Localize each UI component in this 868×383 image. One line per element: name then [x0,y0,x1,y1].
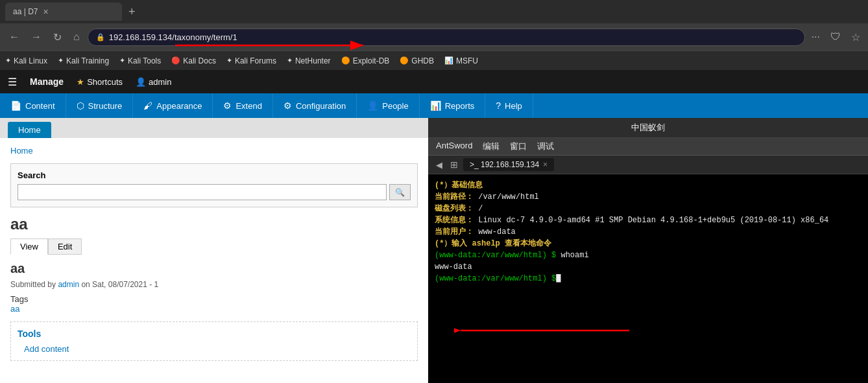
submitted-text: Submitted by [10,280,56,289]
bookmark-nethunter[interactable]: ✦ NetHunter [287,56,331,65]
view-edit-tabs: View Edit [10,238,418,255]
bookmark-kali-tools[interactable]: ✦ Kali Tools [119,56,161,65]
term-user-line: 当前用户： www-data [435,226,862,238]
shield-icon[interactable]: 🛡 [828,30,843,45]
extend-icon: ⚙ [223,100,232,111]
bookmark-kali-forums[interactable]: ✦ Kali Forums [226,56,276,65]
shortcuts-star-icon: ★ [77,77,84,87]
bookmark-ghdb[interactable]: 🟠 GHDB [400,56,434,65]
hamburger-icon[interactable]: ☰ [8,76,17,88]
exploit-db-icon: 🟠 [341,56,350,65]
structure-label: Structure [88,101,123,111]
configuration-label: Configuration [296,101,346,111]
home-tab-bar: Home [0,118,428,138]
shortcuts-menu[interactable]: ★ Shortcuts [77,77,123,87]
nav-extend[interactable]: ⚙ Extend [213,93,272,118]
term-prompt2-line: (www-data:/var/www/html) $ █ [435,273,862,284]
nethunter-icon: ✦ [287,56,293,65]
nav-appearance[interactable]: 🖌 Appearance [133,93,213,118]
browser-tab[interactable]: aa | D7 × [5,3,122,21]
kali-forums-icon: ✦ [226,56,232,65]
admin-username: admin [149,77,171,87]
more-icon[interactable]: ··· [809,30,823,45]
user-icon: 👤 [136,77,146,87]
menu-edit[interactable]: 编辑 [483,141,500,152]
page-title: aa [10,215,418,233]
antsword-nav-left[interactable]: ◀ [433,159,445,171]
bookmark-msfu[interactable]: 📊 MSFU [444,56,478,65]
menu-antsword[interactable]: AntSword [436,141,472,152]
nav-content[interactable]: 📄 Content [0,93,66,118]
antsword-titlebar: 中国蚁剑 [428,118,868,138]
nav-reports[interactable]: 📊 Reports [420,93,486,118]
people-icon: 👤 [367,100,378,111]
main-content-area: Home Home Search 🔍 aa View Edit aa [0,118,428,383]
term-cmd1-line: (www-data:/var/www/html) $ whoami [435,250,862,261]
help-label: Help [505,101,522,111]
menu-debug[interactable]: 调试 [537,141,554,152]
kali-training-icon: ✦ [58,56,64,65]
edit-tab[interactable]: Edit [48,238,82,255]
url-bar[interactable]: 🔒 192.168.159.134/taxonomy/term/1 [88,29,805,46]
new-tab-icon[interactable]: + [128,5,136,19]
search-button[interactable]: 🔍 [389,184,411,200]
tools-title[interactable]: Tools [18,329,411,339]
browser-navbar: ← → ↻ ⌂ 🔒 192.168.159.134/taxonomy/term/… [0,23,868,51]
nav-right-icons: ··· 🛡 ☆ [809,30,863,45]
admin-user-menu[interactable]: 👤 admin [136,77,171,87]
search-input[interactable] [18,184,387,200]
bookmark-kali-linux[interactable]: ✦ Kali Linux [5,56,47,65]
tag-link[interactable]: aa [10,304,19,314]
reload-button[interactable]: ↻ [49,29,66,46]
back-button[interactable]: ← [5,29,23,45]
term-disk-line: 磁盘列表： / [435,203,862,215]
home-button[interactable]: ⌂ [69,29,84,45]
tab-title: aa | D7 [13,7,38,16]
antsword-grid-icon[interactable]: ⊞ [450,159,458,170]
view-tab[interactable]: View [10,238,48,255]
submitted-user-link[interactable]: admin [58,280,79,289]
term-input-hint: (*）输入 ashelp 查看本地命令 [435,238,862,250]
forward-button[interactable]: → [27,29,45,45]
kali-tools-icon: ✦ [119,56,125,65]
bookmark-kali-docs[interactable]: 🔴 Kali Docs [171,56,216,65]
nav-help[interactable]: ? Help [485,93,533,118]
reports-label: Reports [445,101,475,111]
configuration-icon: ⚙ [283,100,292,111]
kali-linux-icon: ✦ [5,56,11,65]
bookmark-icon[interactable]: ☆ [849,30,863,45]
tools-block: Tools Add content [10,321,418,361]
shortcuts-label: Shortcuts [87,77,123,87]
term-basic-info-header: (*）基础信息 [435,180,862,191]
terminal-tab[interactable]: >_ 192.168.159.134 × [463,158,554,171]
tab-close-icon[interactable]: × [43,6,48,17]
nav-configuration[interactable]: ⚙ Configuration [273,93,357,118]
lock-icon: 🔒 [96,33,105,41]
breadcrumb-home[interactable]: Home [10,146,418,156]
add-content-link[interactable]: Add content [18,344,411,354]
sidebar-content: Home Search 🔍 aa View Edit aa Submitted … [0,138,428,369]
terminal-tab-close[interactable]: × [543,160,548,169]
content-title: aa [10,261,418,276]
drupal-nav: 📄 Content ⬡ Structure 🖌 Appearance ⚙ Ext… [0,93,868,118]
reports-icon: 📊 [430,100,441,111]
menu-window[interactable]: 窗口 [510,141,527,152]
antsword-panel: 中国蚁剑 AntSword 编辑 窗口 调试 ◀ ⊞ >_ 192.168.15… [428,118,868,383]
drupal-adminbar: ☰ Manage ★ Shortcuts 👤 admin [0,70,868,93]
content-label: Content [25,101,55,111]
antsword-menubar: AntSword 编辑 窗口 调试 [428,138,868,156]
term-output1-line: www-data [435,261,862,273]
search-label: Search [18,170,411,180]
nav-structure[interactable]: ⬡ Structure [66,93,134,118]
bookmark-exploit-db[interactable]: 🟠 Exploit-DB [341,56,390,65]
manage-label[interactable]: Manage [30,76,64,87]
antsword-title: 中国蚁剑 [631,122,665,132]
nav-people[interactable]: 👤 People [357,93,419,118]
extend-label: Extend [235,101,261,111]
tags-label: Tags [10,294,28,304]
submitted-date: on Sat, 08/07/2021 - 1 [81,280,158,289]
bookmark-kali-training[interactable]: ✦ Kali Training [58,56,109,65]
term-path-line: 当前路径： /var/www/html [435,191,862,203]
tags-section: Tags aa [10,294,418,314]
home-tab[interactable]: Home [8,122,51,138]
